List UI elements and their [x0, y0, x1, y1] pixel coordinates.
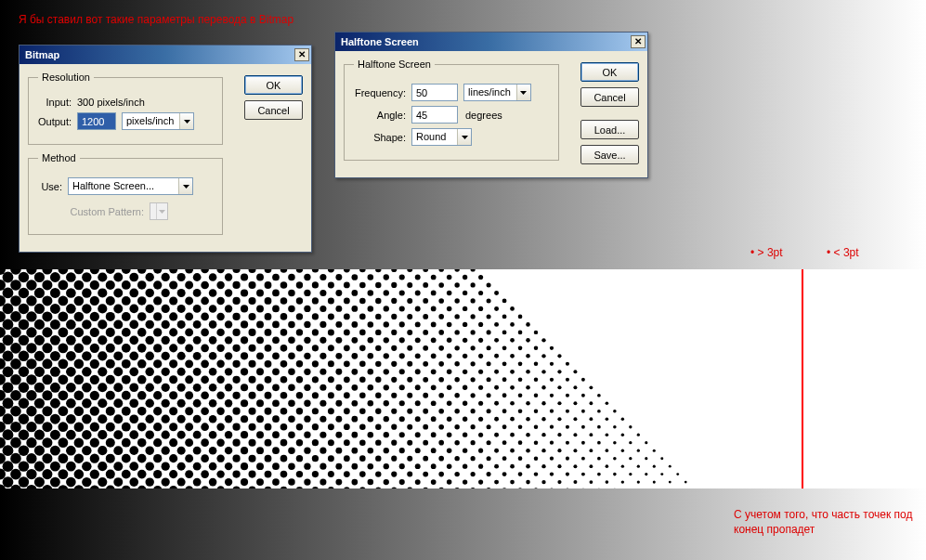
chevron-down-icon[interactable]: [457, 129, 471, 145]
threshold-line: [802, 269, 803, 488]
input-label: Input:: [38, 97, 77, 108]
dialog-halftone: Halftone Screen ✕ OK Cancel Load... Save…: [334, 32, 648, 178]
titlebar-halftone[interactable]: Halftone Screen ✕: [335, 33, 647, 51]
method-legend: Method: [38, 152, 80, 163]
chevron-down-icon[interactable]: [178, 178, 192, 194]
halftone-legend: Halftone Screen: [354, 59, 435, 70]
load-button[interactable]: Load...: [580, 120, 639, 139]
halftone-sample: [0, 269, 926, 488]
chevron-down-icon[interactable]: [179, 113, 193, 129]
frequency-units-select[interactable]: lines/inch: [463, 84, 531, 101]
frequency-label: Frequency:: [354, 87, 411, 98]
titlebar-label: Halftone Screen: [341, 36, 419, 47]
annotation-lt3pt: • < 3pt: [827, 246, 859, 259]
close-icon[interactable]: ✕: [294, 48, 309, 61]
titlebar-label: Bitmap: [25, 49, 59, 60]
angle-units: degrees: [465, 110, 502, 121]
dialog-bitmap: Bitmap ✕ OK Cancel Resolution Input: 300…: [19, 45, 312, 253]
annotation-bottom: С учетом того, что часть точек под конец…: [734, 508, 919, 537]
close-icon[interactable]: ✕: [631, 35, 646, 48]
use-select[interactable]: Halftone Screen...: [68, 177, 193, 195]
custom-pattern-label: Custom Pattern:: [38, 206, 150, 217]
frequency-field[interactable]: [411, 84, 458, 101]
titlebar-bitmap[interactable]: Bitmap ✕: [20, 46, 311, 64]
annotation-top: Я бы ставил вот такие параметры перевода…: [19, 13, 293, 26]
shape-label: Shape:: [354, 132, 411, 143]
input-value: 300 pixels/inch: [77, 97, 145, 108]
shape-select[interactable]: Round: [411, 128, 472, 146]
cancel-button[interactable]: Cancel: [580, 87, 639, 107]
output-units-value: pixels/inch: [123, 113, 179, 129]
use-value: Halftone Screen...: [69, 178, 178, 194]
output-label: Output:: [38, 116, 77, 127]
chevron-down-icon: [156, 203, 167, 219]
annotation-gt3pt: • > 3pt: [750, 246, 783, 259]
ok-button[interactable]: OK: [580, 62, 639, 82]
custom-pattern-swatch: [150, 202, 168, 220]
angle-label: Angle:: [354, 110, 411, 121]
chevron-down-icon[interactable]: [516, 85, 530, 100]
output-field[interactable]: [77, 112, 116, 130]
cancel-button[interactable]: Cancel: [244, 100, 303, 120]
shape-value: Round: [412, 129, 457, 145]
save-button[interactable]: Save...: [580, 145, 639, 164]
use-label: Use:: [38, 181, 68, 192]
angle-field[interactable]: [411, 106, 458, 124]
output-units-select[interactable]: pixels/inch: [122, 112, 194, 130]
frequency-units-value: lines/inch: [464, 85, 516, 100]
resolution-legend: Resolution: [38, 72, 94, 83]
ok-button[interactable]: OK: [244, 75, 303, 95]
